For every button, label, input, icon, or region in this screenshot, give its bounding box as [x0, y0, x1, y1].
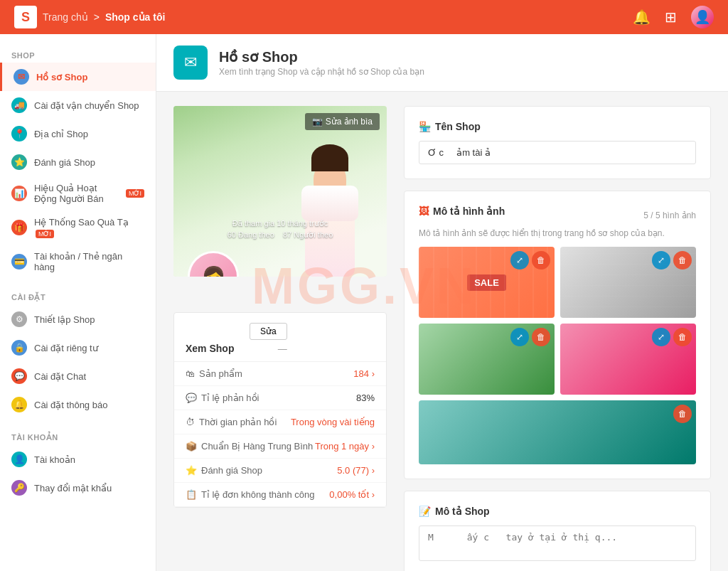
sidebar-item-rieng-tu[interactable]: 🔒 Cài đặt riêng tư [0, 333, 156, 362]
breadcrumb-current: Shop của tôi [105, 11, 165, 23]
sidebar-label-thong-bao: Cài đặt thông báo [34, 400, 107, 410]
stat-row-thoi-gian: ⏱ Thời gian phản hồi Trong vòng vài tiến… [174, 410, 386, 434]
sidebar-item-thiet-lap[interactable]: ⚙ Thiết lập Shop [0, 305, 156, 333]
image-4-expand-button[interactable]: ⤢ [652, 328, 670, 346]
images-header: 🖼 Mô tả hình ảnh 5 / 5 hình ảnh [419, 206, 696, 225]
xem-shop-row: Sửa Xem Shop — [174, 313, 386, 362]
danh-gia-shop-label: ⭐ Đánh giá Shop [186, 465, 262, 476]
shop-cover: 📷 Sửa ảnh bìa Đã tham gia 10 tháng trước… [173, 106, 387, 277]
sidebar-item-mat-khau[interactable]: 🔑 Thay đổi mật khẩu [0, 474, 156, 502]
description-icon: 📝 [419, 506, 431, 517]
sao-icon: 🎁 [11, 220, 27, 235]
image-3-delete-button[interactable]: 🗑 [532, 328, 550, 346]
hieu-qua-badge: MỚI [126, 189, 144, 198]
sidebar-item-chat[interactable]: 💬 Cài đặt Chat [0, 362, 156, 390]
shop-avatar: 👩 [188, 251, 239, 277]
xem-shop-icon: — [278, 343, 287, 354]
edit-cover-button[interactable]: 📷 Sửa ảnh bìa [305, 113, 380, 130]
page-title: Hồ sơ Shop [219, 48, 424, 65]
content-area: 📷 Sửa ảnh bìa Đã tham gia 10 tháng trước… [156, 92, 728, 571]
image-4-actions: ⤢ 🗑 [652, 328, 692, 346]
image-1-expand-button[interactable]: ⤢ [510, 251, 529, 270]
sidebar-label-ho-so-shop: Hồ sơ Shop [36, 72, 87, 82]
xem-shop-label: Xem Shop [186, 343, 234, 354]
chuan-bi-value[interactable]: Trong 1 ngày › [315, 441, 375, 452]
sidebar-item-thong-bao[interactable]: 🔔 Cài đặt thông báo [0, 390, 156, 419]
sidebar-label-rieng-tu: Cài đặt riêng tư [34, 343, 98, 353]
image-3-expand-button[interactable]: ⤢ [510, 328, 529, 346]
san-pham-value[interactable]: 184 › [353, 368, 375, 379]
image-3-actions: ⤢ 🗑 [510, 328, 550, 346]
following-label: Đang theo [238, 230, 274, 239]
cover-girl-figure [287, 134, 373, 277]
thong-bao-icon: 🔔 [11, 397, 27, 412]
don-khong-value[interactable]: 0,00% tốt › [329, 489, 375, 500]
van-chuyen-icon: 🚚 [11, 97, 27, 113]
sidebar-label-hieu-qua: Hiệu Quả Hoạt Động Người Bán [34, 183, 117, 204]
image-5-delete-button[interactable]: 🗑 [673, 405, 692, 423]
sidebar-label-chat: Cài đặt Chat [34, 371, 86, 382]
sidebar-section-taikhoan: TÀI KHOẢN [0, 427, 156, 445]
image-1-actions: ⤢ 🗑 [510, 251, 550, 270]
sua-button[interactable]: Sửa [250, 323, 287, 340]
follow-info: 60 Đang theo 87 Người theo [173, 230, 387, 240]
image-cell-4: ⤢ 🗑 [560, 324, 696, 395]
sidebar-label-van-chuyen: Cài đặt vận chuyển Shop [34, 100, 139, 111]
mo-ta-shop-textarea[interactable] [419, 525, 696, 561]
sidebar-label-thiet-lap: Thiết lập Shop [34, 314, 95, 325]
tai-khoan-icon: 👤 [11, 452, 27, 467]
header: S Trang chủ > Shop của tôi 🔔 ⊞ 👤 [0, 0, 728, 34]
breadcrumb-home[interactable]: Trang chủ [43, 11, 88, 23]
ho-so-shop-icon: ✉ [14, 69, 29, 85]
page-header-text: Hồ sơ Shop Xem tình trạng Shop và cập nh… [219, 48, 424, 77]
sidebar-item-ho-so-shop[interactable]: ✉ Hồ sơ Shop [0, 63, 156, 91]
danh-gia-shop-value[interactable]: 5.0 (77) › [337, 465, 375, 476]
images-grid: SALE ⤢ 🗑 ⤢ [419, 247, 696, 464]
danh-gia-icon: ⭐ [11, 154, 27, 170]
sidebar-item-danh-gia[interactable]: ⭐ Đánh giá Shop [0, 148, 156, 176]
sidebar-item-van-chuyen[interactable]: 🚚 Cài đặt vận chuyển Shop [0, 91, 156, 119]
sidebar-item-hieu-qua[interactable]: 📊 Hiệu Quả Hoạt Động Người Bán MỚI [0, 176, 156, 210]
images-count: 5 / 5 hình ảnh [643, 210, 696, 220]
main-layout: SHOP ✉ Hồ sơ Shop 🚚 Cài đặt vận chuyển S… [0, 34, 728, 571]
bell-icon[interactable]: 🔔 [633, 9, 651, 26]
followers-count: 87 [283, 230, 291, 239]
sidebar-section-shop: SHOP [0, 46, 156, 63]
sidebar-label-danh-gia: Đánh giá Shop [34, 157, 95, 168]
image-1-delete-button[interactable]: 🗑 [532, 251, 550, 270]
grid-icon[interactable]: ⊞ [665, 9, 677, 26]
list-icon: 📋 [186, 489, 197, 500]
followers-label: Người theo [294, 230, 333, 239]
mo-ta-shop-section: 📝 Mô tả Shop [404, 491, 711, 571]
sidebar-label-tai-khoan: Tài khoản [34, 454, 75, 465]
ti-le-phan-hoi-label: 💬 Tỉ lệ phản hồi [186, 393, 259, 403]
mo-ta-hinh-anh-section: 🖼 Mô tả hình ảnh 5 / 5 hình ảnh Mô tả hì… [404, 191, 711, 479]
edit-cover-label: Sửa ảnh bìa [326, 117, 373, 127]
header-right: 🔔 ⊞ 👤 [633, 6, 714, 28]
sidebar-item-dia-chi[interactable]: 📍 Địa chỉ Shop [0, 119, 156, 148]
image-2-actions: ⤢ 🗑 [652, 251, 692, 270]
shopee-logo-icon[interactable]: S [14, 6, 37, 28]
star-icon: ⭐ [186, 465, 197, 476]
rieng-tu-icon: 🔒 [11, 340, 27, 356]
sidebar-item-sao[interactable]: 🎁 Hệ Thống Sao Quà Tạ MỚI [0, 210, 156, 245]
joined-text: Đã tham gia 10 tháng trước [173, 219, 387, 228]
image-cell-2: ⤢ 🗑 [560, 247, 696, 318]
mat-khau-icon: 🔑 [11, 480, 27, 496]
breadcrumb: Trang chủ > Shop của tôi [43, 11, 165, 23]
image-2-delete-button[interactable]: 🗑 [673, 251, 692, 270]
image-4-delete-button[interactable]: 🗑 [673, 328, 692, 346]
camera-icon: 📷 [312, 117, 323, 127]
ten-shop-input[interactable] [419, 141, 696, 164]
sidebar-item-tai-khoan[interactable]: 👤 Tài khoản [0, 445, 156, 474]
main-content: ✉ Hồ sơ Shop Xem tình trạng Shop và cập … [156, 34, 728, 571]
avatar[interactable]: 👤 [691, 6, 714, 28]
shop-info-box: Sửa Xem Shop — 🛍 Sản phẩm [173, 312, 387, 508]
sidebar-item-ngan-hang[interactable]: 💳 Tài khoản / Thẻ ngân hàng [0, 245, 156, 279]
page-header: ✉ Hồ sơ Shop Xem tình trạng Shop và cập … [156, 34, 728, 92]
ti-le-phan-hoi-value: 83% [356, 393, 375, 403]
image-2-expand-button[interactable]: ⤢ [652, 251, 670, 270]
image-cell-1: SALE ⤢ 🗑 [419, 247, 555, 318]
page-subtitle: Xem tình trạng Shop và cập nhật hồ sơ Sh… [219, 67, 424, 77]
stat-row-don-khong: 📋 Tỉ lệ đơn không thành công 0,00% tốt › [174, 483, 386, 507]
